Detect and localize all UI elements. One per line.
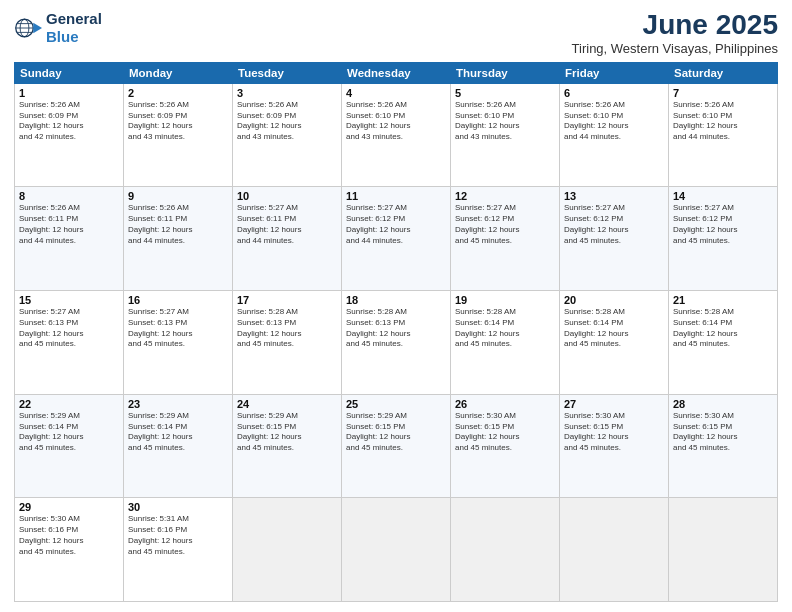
main-title: June 2025 xyxy=(572,10,778,41)
subtitle: Tiring, Western Visayas, Philippines xyxy=(572,41,778,56)
day-info: Sunrise: 5:26 AM Sunset: 6:10 PM Dayligh… xyxy=(455,100,555,143)
day-info: Sunrise: 5:27 AM Sunset: 6:12 PM Dayligh… xyxy=(346,203,446,246)
day-cell: 23Sunrise: 5:29 AM Sunset: 6:14 PM Dayli… xyxy=(124,394,233,498)
day-cell: 24Sunrise: 5:29 AM Sunset: 6:15 PM Dayli… xyxy=(233,394,342,498)
day-number: 23 xyxy=(128,398,228,410)
day-number: 12 xyxy=(455,190,555,202)
day-number: 28 xyxy=(673,398,773,410)
day-number: 19 xyxy=(455,294,555,306)
header-day-friday: Friday xyxy=(560,62,669,83)
day-cell: 21Sunrise: 5:28 AM Sunset: 6:14 PM Dayli… xyxy=(669,291,778,395)
day-info: Sunrise: 5:28 AM Sunset: 6:14 PM Dayligh… xyxy=(455,307,555,350)
day-info: Sunrise: 5:31 AM Sunset: 6:16 PM Dayligh… xyxy=(128,514,228,557)
day-cell: 3Sunrise: 5:26 AM Sunset: 6:09 PM Daylig… xyxy=(233,83,342,187)
header-day-tuesday: Tuesday xyxy=(233,62,342,83)
logo-icon xyxy=(14,14,42,42)
day-cell: 26Sunrise: 5:30 AM Sunset: 6:15 PM Dayli… xyxy=(451,394,560,498)
day-cell: 11Sunrise: 5:27 AM Sunset: 6:12 PM Dayli… xyxy=(342,187,451,291)
day-cell: 14Sunrise: 5:27 AM Sunset: 6:12 PM Dayli… xyxy=(669,187,778,291)
header-day-wednesday: Wednesday xyxy=(342,62,451,83)
day-cell: 30Sunrise: 5:31 AM Sunset: 6:16 PM Dayli… xyxy=(124,498,233,602)
day-number: 14 xyxy=(673,190,773,202)
day-number: 7 xyxy=(673,87,773,99)
logo-text: General Blue xyxy=(46,10,102,46)
day-cell xyxy=(560,498,669,602)
day-info: Sunrise: 5:26 AM Sunset: 6:10 PM Dayligh… xyxy=(346,100,446,143)
day-info: Sunrise: 5:26 AM Sunset: 6:11 PM Dayligh… xyxy=(128,203,228,246)
day-info: Sunrise: 5:28 AM Sunset: 6:13 PM Dayligh… xyxy=(346,307,446,350)
logo: General Blue xyxy=(14,10,102,46)
day-cell: 16Sunrise: 5:27 AM Sunset: 6:13 PM Dayli… xyxy=(124,291,233,395)
day-info: Sunrise: 5:26 AM Sunset: 6:11 PM Dayligh… xyxy=(19,203,119,246)
day-info: Sunrise: 5:27 AM Sunset: 6:13 PM Dayligh… xyxy=(19,307,119,350)
day-info: Sunrise: 5:30 AM Sunset: 6:15 PM Dayligh… xyxy=(564,411,664,454)
header-day-monday: Monday xyxy=(124,62,233,83)
logo-line2: Blue xyxy=(46,28,79,45)
day-cell xyxy=(233,498,342,602)
week-row-4: 22Sunrise: 5:29 AM Sunset: 6:14 PM Dayli… xyxy=(15,394,778,498)
day-cell: 2Sunrise: 5:26 AM Sunset: 6:09 PM Daylig… xyxy=(124,83,233,187)
day-number: 11 xyxy=(346,190,446,202)
header-day-sunday: Sunday xyxy=(15,62,124,83)
day-number: 10 xyxy=(237,190,337,202)
day-number: 24 xyxy=(237,398,337,410)
day-cell: 28Sunrise: 5:30 AM Sunset: 6:15 PM Dayli… xyxy=(669,394,778,498)
day-number: 4 xyxy=(346,87,446,99)
day-number: 16 xyxy=(128,294,228,306)
day-number: 17 xyxy=(237,294,337,306)
day-cell: 7Sunrise: 5:26 AM Sunset: 6:10 PM Daylig… xyxy=(669,83,778,187)
day-info: Sunrise: 5:27 AM Sunset: 6:12 PM Dayligh… xyxy=(455,203,555,246)
day-number: 6 xyxy=(564,87,664,99)
week-row-2: 8Sunrise: 5:26 AM Sunset: 6:11 PM Daylig… xyxy=(15,187,778,291)
week-row-3: 15Sunrise: 5:27 AM Sunset: 6:13 PM Dayli… xyxy=(15,291,778,395)
day-info: Sunrise: 5:27 AM Sunset: 6:12 PM Dayligh… xyxy=(673,203,773,246)
day-cell: 20Sunrise: 5:28 AM Sunset: 6:14 PM Dayli… xyxy=(560,291,669,395)
week-row-1: 1Sunrise: 5:26 AM Sunset: 6:09 PM Daylig… xyxy=(15,83,778,187)
title-block: June 2025 Tiring, Western Visayas, Phili… xyxy=(572,10,778,56)
svg-marker-6 xyxy=(33,23,42,34)
day-cell: 27Sunrise: 5:30 AM Sunset: 6:15 PM Dayli… xyxy=(560,394,669,498)
day-cell: 1Sunrise: 5:26 AM Sunset: 6:09 PM Daylig… xyxy=(15,83,124,187)
day-number: 15 xyxy=(19,294,119,306)
day-info: Sunrise: 5:30 AM Sunset: 6:15 PM Dayligh… xyxy=(455,411,555,454)
day-number: 5 xyxy=(455,87,555,99)
day-number: 21 xyxy=(673,294,773,306)
day-cell xyxy=(669,498,778,602)
day-number: 25 xyxy=(346,398,446,410)
day-cell: 6Sunrise: 5:26 AM Sunset: 6:10 PM Daylig… xyxy=(560,83,669,187)
day-info: Sunrise: 5:27 AM Sunset: 6:12 PM Dayligh… xyxy=(564,203,664,246)
day-info: Sunrise: 5:26 AM Sunset: 6:10 PM Dayligh… xyxy=(673,100,773,143)
day-info: Sunrise: 5:30 AM Sunset: 6:15 PM Dayligh… xyxy=(673,411,773,454)
day-cell: 25Sunrise: 5:29 AM Sunset: 6:15 PM Dayli… xyxy=(342,394,451,498)
day-cell xyxy=(342,498,451,602)
day-info: Sunrise: 5:26 AM Sunset: 6:09 PM Dayligh… xyxy=(237,100,337,143)
header-day-saturday: Saturday xyxy=(669,62,778,83)
calendar-table: SundayMondayTuesdayWednesdayThursdayFrid… xyxy=(14,62,778,602)
day-number: 9 xyxy=(128,190,228,202)
day-number: 29 xyxy=(19,501,119,513)
day-cell: 12Sunrise: 5:27 AM Sunset: 6:12 PM Dayli… xyxy=(451,187,560,291)
day-number: 3 xyxy=(237,87,337,99)
day-number: 8 xyxy=(19,190,119,202)
day-number: 26 xyxy=(455,398,555,410)
day-info: Sunrise: 5:28 AM Sunset: 6:14 PM Dayligh… xyxy=(673,307,773,350)
day-info: Sunrise: 5:26 AM Sunset: 6:10 PM Dayligh… xyxy=(564,100,664,143)
day-info: Sunrise: 5:29 AM Sunset: 6:14 PM Dayligh… xyxy=(128,411,228,454)
day-number: 1 xyxy=(19,87,119,99)
day-info: Sunrise: 5:27 AM Sunset: 6:11 PM Dayligh… xyxy=(237,203,337,246)
header-day-thursday: Thursday xyxy=(451,62,560,83)
day-info: Sunrise: 5:29 AM Sunset: 6:14 PM Dayligh… xyxy=(19,411,119,454)
day-cell: 8Sunrise: 5:26 AM Sunset: 6:11 PM Daylig… xyxy=(15,187,124,291)
day-number: 18 xyxy=(346,294,446,306)
day-cell: 10Sunrise: 5:27 AM Sunset: 6:11 PM Dayli… xyxy=(233,187,342,291)
day-info: Sunrise: 5:28 AM Sunset: 6:13 PM Dayligh… xyxy=(237,307,337,350)
day-cell: 19Sunrise: 5:28 AM Sunset: 6:14 PM Dayli… xyxy=(451,291,560,395)
day-cell: 5Sunrise: 5:26 AM Sunset: 6:10 PM Daylig… xyxy=(451,83,560,187)
day-info: Sunrise: 5:29 AM Sunset: 6:15 PM Dayligh… xyxy=(237,411,337,454)
week-row-5: 29Sunrise: 5:30 AM Sunset: 6:16 PM Dayli… xyxy=(15,498,778,602)
day-cell: 22Sunrise: 5:29 AM Sunset: 6:14 PM Dayli… xyxy=(15,394,124,498)
logo-line1: General xyxy=(46,10,102,28)
day-number: 20 xyxy=(564,294,664,306)
day-number: 27 xyxy=(564,398,664,410)
day-cell: 15Sunrise: 5:27 AM Sunset: 6:13 PM Dayli… xyxy=(15,291,124,395)
